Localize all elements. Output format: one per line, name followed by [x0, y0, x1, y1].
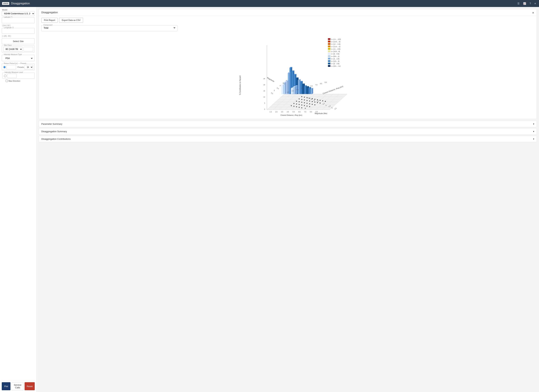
iml-field-group: Intensity Measure Level Max Direction: [2, 73, 35, 82]
return-period-group: Return Period (yr) — Presets 2475 Preset…: [2, 64, 35, 71]
longitude-label: Longitude (°): [3, 27, 14, 29]
svg-text:10: 10: [263, 96, 265, 98]
iml-input[interactable]: [7, 74, 17, 78]
svg-point-102: [301, 102, 302, 103]
svg-point-118: [299, 107, 300, 108]
iml-label: Intensity Measure Level: [4, 71, 24, 73]
parameter-summary-section: Parameter Summary ▾: [39, 121, 537, 127]
component-label: Component: [43, 24, 53, 26]
disaggregation-card-header[interactable]: Disaggregation ▲: [39, 9, 537, 16]
svg-point-107: [314, 104, 315, 105]
select-site-button[interactable]: Select Site: [2, 38, 35, 44]
svg-rect-169: [328, 50, 330, 52]
chart-legend: ε = (-∞ .. -2.5) ε = [-2.5 .. -2) ε = [-…: [328, 38, 341, 67]
sidebar-footer: Plot Service Calls Reset: [2, 380, 35, 390]
svg-point-82: [304, 97, 305, 98]
svg-text:5.5: 5.5: [276, 87, 279, 90]
action-buttons: Print Report Export Data as CSV: [41, 18, 534, 23]
imt-label: Intensity Measure Type: [3, 53, 22, 55]
model-label: Model: [2, 9, 35, 11]
svg-text:ε = [-2 .. -1.5): ε = [-2 .. -1.5): [331, 43, 340, 45]
app-header: USGS Disaggregation ☰ 📈 ? ≡: [0, 0, 539, 7]
svg-point-101: [299, 101, 300, 102]
svg-text:4.5: 4.5: [287, 111, 289, 113]
svg-text:1.5: 1.5: [287, 91, 289, 93]
menu-button[interactable]: ≡: [534, 1, 537, 5]
svg-rect-159: [328, 38, 330, 40]
svg-point-84: [309, 98, 310, 99]
svg-text:8.5: 8.5: [320, 83, 322, 84]
svg-rect-181: [328, 65, 330, 67]
parameter-summary-title: Parameter Summary: [41, 123, 62, 125]
svg-text:ε = [-0.5 .. 0): ε = [-0.5 .. 0): [331, 51, 340, 52]
export-csv-button[interactable]: Export Data as CSV: [59, 18, 83, 23]
svg-text:4.5: 4.5: [301, 87, 303, 89]
svg-point-112: [304, 105, 305, 106]
component-select-wrapper: Component Total: [41, 25, 177, 31]
svg-text:8.5: 8.5: [310, 111, 312, 113]
disaggregation-card: Disaggregation ▲ Print Report Export Dat…: [39, 9, 537, 119]
chart-view-button[interactable]: 📈: [522, 1, 527, 5]
svg-rect-161: [328, 41, 330, 42]
svg-text:5: 5: [264, 102, 265, 104]
return-period-input[interactable]: 2475: [6, 65, 16, 69]
latitude-input[interactable]: 34.054: [3, 19, 33, 23]
parameter-summary-header[interactable]: Parameter Summary ▾: [39, 121, 537, 127]
svg-point-119: [301, 107, 302, 108]
svg-text:4.5: 4.5: [270, 92, 273, 95]
svg-rect-163: [328, 43, 330, 45]
longitude-input[interactable]: -118.245: [3, 29, 33, 33]
svg-point-111: [301, 105, 302, 106]
svg-text:5.5: 5.5: [293, 111, 295, 113]
model-select[interactable]: NSHM Conterminous U.S. 2018: [2, 11, 35, 16]
service-calls-button[interactable]: Service Calls: [11, 382, 24, 390]
svg-text:2.5: 2.5: [275, 111, 278, 113]
list-view-button[interactable]: ☰: [516, 1, 521, 5]
header-actions: ☰ 📈 ? ≡: [516, 1, 537, 5]
main-content: Disaggregation ▲ Print Report Export Dat…: [37, 7, 539, 392]
svg-text:0: 0: [264, 108, 265, 110]
svg-point-81: [301, 96, 302, 97]
svg-marker-57: [282, 85, 283, 94]
chevron-down-icon-2: ▾: [533, 130, 534, 133]
chevron-down-icon: ▾: [533, 123, 534, 125]
imt-select[interactable]: PGA: [3, 56, 33, 61]
model-field-group: Model NSHM Conterminous U.S. 2018: [2, 9, 35, 16]
sidebar: Model NSHM Conterminous U.S. 2018 Latitu…: [0, 7, 37, 392]
plot-button[interactable]: Plot: [2, 382, 10, 390]
print-report-button[interactable]: Print Report: [41, 18, 58, 23]
return-period-presets-label: Return Period (yr) — Presets: [3, 63, 27, 64]
svg-point-113: [307, 106, 308, 106]
svg-text:ε = [0.5 .. 1): ε = [0.5 .. 1): [331, 55, 339, 57]
svg-marker-71: [295, 86, 296, 94]
reset-button[interactable]: Reset: [24, 382, 35, 390]
logo: USGS Disaggregation: [2, 2, 30, 5]
svg-text:3.5: 3.5: [296, 89, 299, 91]
help-button[interactable]: ?: [529, 1, 532, 5]
app-title: Disaggregation: [11, 2, 30, 5]
vs30-input[interactable]: 760: [24, 47, 33, 51]
disaggregation-contributions-title: Disaggregation Contributions: [41, 138, 71, 140]
chevron-down-icon-3: ▾: [533, 138, 534, 140]
svg-rect-177: [328, 60, 330, 62]
presets-select[interactable]: 2475 (2% in 50): [24, 65, 33, 69]
svg-point-104: [307, 103, 308, 104]
svg-rect-165: [328, 46, 330, 47]
latitude-label: Latitude (°): [3, 16, 13, 18]
iml-radio[interactable]: [4, 75, 6, 77]
svg-point-93: [304, 99, 305, 101]
max-direction-checkbox[interactable]: [5, 80, 8, 82]
svg-point-103: [304, 102, 305, 103]
svg-point-108: [294, 103, 294, 104]
usgs-logo: USGS: [2, 2, 9, 5]
latitude-hint: [ 24.6, 50 ]: [2, 24, 35, 27]
svg-point-115: [291, 105, 292, 106]
svg-point-92: [301, 99, 302, 100]
disaggregation-contributions-header[interactable]: Disaggregation Contributions ▾: [39, 136, 537, 142]
site-class-select[interactable]: BC (Vs30 760): [3, 47, 23, 52]
svg-text:2.5: 2.5: [292, 90, 294, 92]
return-period-radio[interactable]: [3, 66, 6, 68]
component-select[interactable]: Total: [43, 26, 176, 30]
disaggregation-summary-header[interactable]: Disaggregation Summary ▾: [39, 128, 537, 135]
svg-text:Closest Distance, rRup (km): Closest Distance, rRup (km): [322, 85, 343, 95]
